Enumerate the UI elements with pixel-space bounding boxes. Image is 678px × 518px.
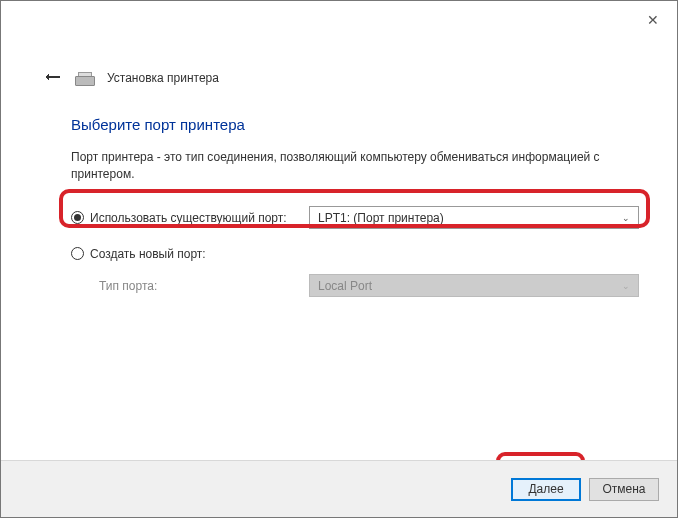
option-create-new-port: Создать новый порт:: [71, 240, 639, 268]
radio-create-new[interactable]: [71, 247, 84, 260]
existing-port-value: LPT1: (Порт принтера): [318, 211, 444, 225]
next-button[interactable]: Далее: [511, 478, 581, 501]
printer-icon: [75, 70, 93, 86]
page-heading: Выберите порт принтера: [71, 116, 639, 133]
radio-use-existing-label[interactable]: Использовать существующий порт:: [90, 211, 287, 225]
existing-port-dropdown[interactable]: LPT1: (Порт принтера) ⌄: [309, 206, 639, 229]
radio-use-existing[interactable]: [71, 211, 84, 224]
dialog-footer: Далее Отмена: [1, 460, 677, 517]
wizard-header: 🠔 Установка принтера: [45, 70, 219, 86]
close-icon[interactable]: ✕: [647, 13, 659, 25]
chevron-down-icon: ⌄: [622, 281, 630, 291]
radio-create-new-label[interactable]: Создать новый порт:: [90, 247, 206, 261]
port-type-dropdown: Local Port ⌄: [309, 274, 639, 297]
port-type-row: Тип порта: Local Port ⌄: [71, 272, 639, 300]
back-arrow-icon[interactable]: 🠔: [45, 70, 61, 86]
chevron-down-icon: ⌄: [622, 213, 630, 223]
wizard-title: Установка принтера: [107, 71, 219, 85]
port-type-label: Тип порта:: [99, 279, 157, 293]
port-type-value: Local Port: [318, 279, 372, 293]
option-use-existing-port: Использовать существующий порт: LPT1: (П…: [71, 204, 639, 232]
page-description: Порт принтера - это тип соединения, позв…: [71, 149, 639, 184]
cancel-button[interactable]: Отмена: [589, 478, 659, 501]
